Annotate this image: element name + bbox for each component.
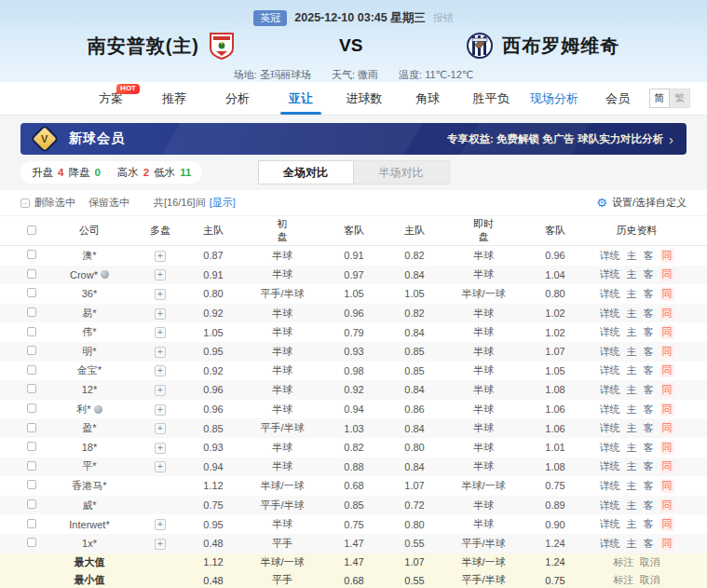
same-odds-link[interactable]: 同	[660, 537, 674, 551]
home-history-link[interactable]: 主	[627, 363, 637, 377]
same-odds-link[interactable]: 同	[660, 499, 674, 513]
detail-stats-link[interactable]: 详统	[600, 383, 620, 397]
detail-stats-link[interactable]: 详统	[600, 403, 620, 417]
league-badge[interactable]: 英冠	[253, 10, 287, 26]
cancel-link[interactable]: 取消	[640, 555, 660, 569]
expand-plus-button[interactable]: +	[155, 251, 166, 262]
expand-plus-button[interactable]: +	[155, 289, 166, 300]
row-checkbox[interactable]	[27, 384, 36, 393]
away-history-link[interactable]: 客	[644, 325, 654, 339]
same-odds-link[interactable]: 同	[660, 421, 674, 435]
expand-plus-button[interactable]: +	[155, 443, 166, 454]
same-odds-link[interactable]: 同	[660, 403, 674, 417]
same-odds-link[interactable]: 同	[660, 441, 674, 455]
row-checkbox[interactable]	[27, 519, 36, 528]
row-checkbox[interactable]	[27, 269, 36, 279]
row-checkbox[interactable]	[27, 346, 36, 355]
away-history-link[interactable]: 客	[644, 383, 654, 397]
same-odds-link[interactable]: 同	[660, 363, 674, 377]
detail-stats-link[interactable]: 详统	[600, 479, 620, 493]
delete-selected-link[interactable]: 删除选中	[34, 196, 75, 210]
vip-member-banner[interactable]: V 新球会员 专享权益: 免费解锁 免广告 球队实力对比分析 ›	[20, 123, 687, 155]
row-checkbox[interactable]	[27, 538, 36, 547]
home-history-link[interactable]: 主	[627, 459, 637, 473]
home-history-link[interactable]: 主	[627, 267, 637, 281]
away-history-link[interactable]: 客	[644, 403, 654, 417]
report-error-link[interactable]: 报错	[433, 11, 454, 25]
show-link[interactable]: [显示]	[210, 196, 236, 210]
company-cell[interactable]: 金宝*	[43, 363, 136, 377]
row-checkbox[interactable]	[27, 327, 36, 336]
away-history-link[interactable]: 客	[644, 363, 654, 377]
nav-item-推荐[interactable]: 推荐	[143, 82, 206, 115]
lang-simplified-button[interactable]: 简	[649, 89, 670, 108]
nav-item-会员[interactable]: 会员	[586, 82, 649, 115]
away-history-link[interactable]: 客	[644, 441, 654, 455]
away-history-link[interactable]: 客	[644, 479, 654, 493]
nav-item-分析[interactable]: 分析	[206, 82, 269, 115]
row-checkbox[interactable]	[27, 403, 36, 413]
expand-plus-button[interactable]: +	[155, 461, 166, 472]
mark-link[interactable]: 标注	[614, 555, 634, 569]
nav-item-胜平负[interactable]: 胜平负	[459, 82, 523, 115]
banner-benefits-area[interactable]: 专享权益: 免费解锁 免广告 球队实力对比分析 ›	[447, 132, 673, 146]
detail-stats-link[interactable]: 详统	[600, 287, 620, 301]
expand-plus-button[interactable]: +	[155, 539, 166, 550]
select-all-checkbox[interactable]	[27, 226, 36, 235]
expand-plus-button[interactable]: +	[155, 404, 166, 416]
expand-plus-button[interactable]: +	[155, 385, 166, 396]
row-checkbox[interactable]	[27, 288, 36, 297]
same-odds-link[interactable]: 同	[660, 345, 674, 359]
company-cell[interactable]: 威*	[43, 499, 136, 513]
home-history-link[interactable]: 主	[627, 345, 637, 359]
company-cell[interactable]: Interwet*	[43, 519, 136, 530]
home-history-link[interactable]: 主	[627, 441, 637, 455]
detail-stats-link[interactable]: 详统	[600, 537, 620, 551]
away-history-link[interactable]: 客	[644, 249, 654, 263]
detail-stats-link[interactable]: 详统	[600, 441, 620, 455]
expand-plus-button[interactable]: +	[155, 327, 166, 338]
home-history-link[interactable]: 主	[627, 325, 637, 339]
away-history-link[interactable]: 客	[644, 537, 654, 551]
same-odds-link[interactable]: 同	[660, 325, 674, 339]
row-checkbox[interactable]	[27, 250, 36, 259]
home-history-link[interactable]: 主	[627, 537, 637, 551]
company-cell[interactable]: 18*	[43, 442, 136, 453]
same-odds-link[interactable]: 同	[660, 249, 674, 263]
nav-item-亚让[interactable]: 亚让	[269, 82, 333, 115]
detail-stats-link[interactable]: 详统	[600, 499, 620, 513]
row-checkbox[interactable]	[27, 423, 36, 432]
away-history-link[interactable]: 客	[644, 421, 654, 435]
same-odds-link[interactable]: 同	[660, 307, 674, 321]
company-cell[interactable]: 盈*	[43, 421, 136, 435]
expand-plus-button[interactable]: +	[155, 269, 166, 280]
home-history-link[interactable]: 主	[627, 307, 637, 321]
away-history-link[interactable]: 客	[644, 499, 654, 513]
detail-stats-link[interactable]: 详统	[600, 459, 620, 473]
row-checkbox[interactable]	[27, 365, 36, 375]
home-history-link[interactable]: 主	[627, 287, 637, 301]
same-odds-link[interactable]: 同	[660, 383, 674, 397]
row-checkbox[interactable]	[27, 442, 36, 451]
detail-stats-link[interactable]: 详统	[600, 249, 620, 263]
nav-item-方案[interactable]: 方案HOT	[79, 82, 143, 115]
company-cell[interactable]: 易*	[43, 307, 136, 321]
same-odds-link[interactable]: 同	[660, 287, 674, 301]
company-cell[interactable]: 36*	[43, 288, 136, 299]
company-cell[interactable]: 伟*	[43, 325, 136, 339]
company-cell[interactable]: 明*	[43, 345, 136, 359]
same-odds-link[interactable]: 同	[660, 459, 674, 473]
keep-selected-link[interactable]: 保留选中	[88, 196, 129, 210]
detail-stats-link[interactable]: 详统	[600, 421, 620, 435]
row-checkbox[interactable]	[27, 499, 36, 509]
company-cell[interactable]: 香港马*	[43, 479, 136, 493]
nav-item-进球数[interactable]: 进球数	[333, 82, 396, 115]
detail-stats-link[interactable]: 详统	[600, 307, 620, 321]
nav-item-现场分析[interactable]: 现场分析	[523, 82, 586, 115]
expand-plus-button[interactable]: +	[155, 423, 166, 434]
home-history-link[interactable]: 主	[627, 517, 637, 531]
row-checkbox[interactable]	[27, 308, 36, 317]
row-checkbox[interactable]	[27, 480, 36, 489]
company-cell[interactable]: 平*	[43, 459, 136, 473]
mark-link[interactable]: 标注	[614, 573, 634, 587]
